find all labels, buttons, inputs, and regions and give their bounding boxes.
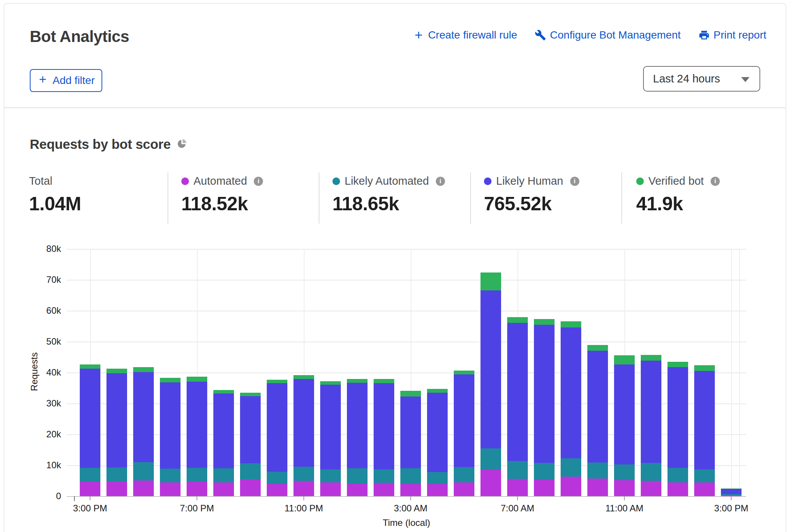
bar-segment-likely-human[interactable] bbox=[561, 327, 581, 458]
chart-bar[interactable] bbox=[454, 371, 474, 496]
bar-segment-automated[interactable] bbox=[667, 482, 688, 496]
bar-segment-likely-automated[interactable] bbox=[106, 468, 127, 481]
bar-segment-automated[interactable] bbox=[80, 482, 100, 496]
bar-segment-verified-bot[interactable] bbox=[347, 379, 368, 383]
bar-segment-automated[interactable] bbox=[400, 484, 421, 496]
bar-segment-verified-bot[interactable] bbox=[213, 390, 234, 393]
bar-segment-likely-human[interactable] bbox=[213, 393, 234, 468]
bar-segment-likely-automated[interactable] bbox=[187, 468, 207, 482]
chart-bar[interactable] bbox=[587, 345, 608, 496]
bar-segment-verified-bot[interactable] bbox=[133, 367, 154, 372]
chart-bar[interactable] bbox=[106, 369, 127, 496]
bar-segment-verified-bot[interactable] bbox=[534, 319, 555, 325]
info-icon[interactable]: i bbox=[254, 177, 263, 186]
bar-segment-likely-human[interactable] bbox=[454, 374, 474, 467]
bar-segment-verified-bot[interactable] bbox=[267, 380, 287, 384]
bar-segment-likely-automated[interactable] bbox=[694, 469, 715, 482]
bar-segment-likely-automated[interactable] bbox=[213, 468, 234, 482]
bar-segment-verified-bot[interactable] bbox=[374, 379, 394, 383]
chart-bar[interactable] bbox=[374, 379, 394, 496]
bar-segment-likely-human[interactable] bbox=[133, 372, 154, 462]
bar-segment-automated[interactable] bbox=[293, 481, 314, 496]
bar-segment-likely-human[interactable] bbox=[293, 379, 314, 467]
print-report-link[interactable]: Print report bbox=[698, 29, 767, 41]
bar-segment-verified-bot[interactable] bbox=[240, 393, 261, 396]
bar-segment-verified-bot[interactable] bbox=[641, 355, 661, 361]
bar-segment-automated[interactable] bbox=[614, 480, 635, 496]
chart-bar[interactable] bbox=[187, 377, 207, 496]
stat-verified-bot[interactable]: Verified boti41.9k bbox=[636, 175, 720, 215]
bar-segment-likely-human[interactable] bbox=[694, 371, 715, 469]
stat-likely-automated[interactable]: Likely Automatedi118.65k bbox=[332, 175, 445, 215]
chart-bar[interactable] bbox=[534, 319, 555, 496]
stat-automated[interactable]: Automatedi118.52k bbox=[181, 175, 263, 215]
bar-segment-verified-bot[interactable] bbox=[454, 371, 474, 374]
chart-bar[interactable] bbox=[507, 317, 528, 496]
bar-segment-likely-automated[interactable] bbox=[667, 468, 688, 482]
bar-segment-likely-human[interactable] bbox=[374, 383, 394, 469]
chart-bar[interactable] bbox=[160, 378, 181, 496]
bar-segment-likely-automated[interactable] bbox=[614, 464, 635, 480]
chart-bar[interactable] bbox=[641, 355, 661, 496]
bar-segment-automated[interactable] bbox=[641, 481, 661, 497]
chart-bar[interactable] bbox=[320, 381, 341, 496]
bar-segment-verified-bot[interactable] bbox=[320, 381, 341, 385]
configure-bot-management-link[interactable]: Configure Bot Management bbox=[535, 29, 680, 41]
bar-segment-likely-automated[interactable] bbox=[160, 469, 181, 482]
chart-bar[interactable] bbox=[694, 365, 715, 496]
bar-segment-automated[interactable] bbox=[267, 484, 287, 496]
bar-segment-verified-bot[interactable] bbox=[667, 362, 688, 367]
bar-segment-likely-human[interactable] bbox=[641, 361, 661, 463]
time-range-select[interactable]: Last 24 hours bbox=[643, 66, 760, 92]
bar-segment-automated[interactable] bbox=[507, 479, 528, 496]
bar-segment-likely-automated[interactable] bbox=[240, 463, 261, 479]
chart-bar[interactable] bbox=[400, 391, 421, 496]
add-filter-button[interactable]: Add filter bbox=[30, 69, 102, 92]
bar-segment-likely-human[interactable] bbox=[507, 323, 528, 461]
info-icon[interactable]: i bbox=[570, 177, 579, 186]
stat-likely-human[interactable]: Likely Humani765.52k bbox=[484, 175, 579, 215]
bar-segment-likely-human[interactable] bbox=[667, 367, 688, 468]
bar-segment-verified-bot[interactable] bbox=[694, 365, 715, 371]
bar-segment-likely-human[interactable] bbox=[614, 364, 635, 464]
bar-segment-likely-automated[interactable] bbox=[293, 467, 314, 481]
bar-segment-likely-automated[interactable] bbox=[427, 472, 448, 484]
bar-segment-verified-bot[interactable] bbox=[293, 375, 314, 379]
bar-segment-verified-bot[interactable] bbox=[400, 391, 421, 397]
bar-segment-likely-human[interactable] bbox=[427, 393, 448, 472]
bar-segment-automated[interactable] bbox=[240, 479, 261, 496]
bar-segment-verified-bot[interactable] bbox=[480, 272, 501, 290]
bar-segment-automated[interactable] bbox=[480, 470, 501, 496]
bar-segment-verified-bot[interactable] bbox=[106, 369, 127, 373]
info-icon[interactable]: i bbox=[436, 177, 445, 186]
bar-segment-likely-automated[interactable] bbox=[267, 472, 287, 484]
bar-segment-automated[interactable] bbox=[454, 482, 474, 496]
chart-bar[interactable] bbox=[667, 362, 688, 496]
bar-segment-automated[interactable] bbox=[347, 484, 368, 496]
bar-segment-verified-bot[interactable] bbox=[160, 378, 181, 382]
bar-segment-likely-human[interactable] bbox=[534, 325, 555, 463]
bar-segment-likely-automated[interactable] bbox=[641, 463, 661, 480]
bar-segment-automated[interactable] bbox=[133, 480, 154, 496]
bar-segment-likely-human[interactable] bbox=[187, 382, 207, 468]
bar-segment-likely-human[interactable] bbox=[240, 396, 261, 464]
bar-segment-automated[interactable] bbox=[587, 479, 608, 496]
bar-segment-likely-automated[interactable] bbox=[454, 467, 474, 483]
bar-segment-verified-bot[interactable] bbox=[187, 377, 207, 382]
bar-segment-verified-bot[interactable] bbox=[507, 317, 528, 323]
info-icon[interactable]: i bbox=[711, 177, 720, 186]
bar-segment-likely-human[interactable] bbox=[721, 489, 742, 495]
bar-segment-likely-automated[interactable] bbox=[507, 461, 528, 479]
chart-bar[interactable] bbox=[293, 375, 314, 496]
bar-segment-likely-human[interactable] bbox=[106, 373, 127, 468]
bar-segment-likely-automated[interactable] bbox=[534, 463, 555, 480]
bar-segment-likely-human[interactable] bbox=[400, 397, 421, 468]
chart-bar[interactable] bbox=[213, 390, 234, 496]
bar-segment-verified-bot[interactable] bbox=[80, 364, 100, 369]
bar-segment-likely-human[interactable] bbox=[587, 351, 608, 462]
bar-segment-likely-automated[interactable] bbox=[347, 468, 368, 484]
chart-bar[interactable] bbox=[80, 364, 100, 496]
bar-segment-automated[interactable] bbox=[187, 482, 207, 496]
bar-segment-automated[interactable] bbox=[694, 482, 715, 496]
bar-segment-likely-human[interactable] bbox=[160, 382, 181, 469]
